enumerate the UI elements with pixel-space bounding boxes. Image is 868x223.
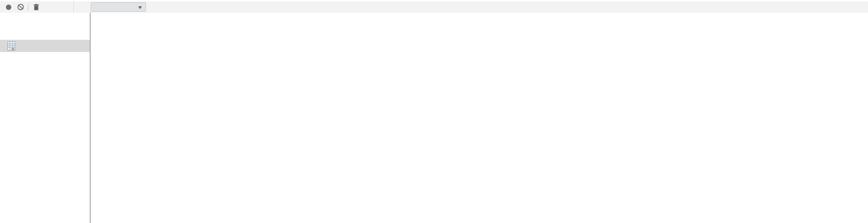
profile-table-icon: % (7, 41, 16, 51)
flame-chart-pane (91, 13, 868, 223)
devtools-sampling-profiler: % (0, 0, 868, 223)
flame-graph (91, 57, 868, 223)
record-button[interactable] (3, 2, 15, 12)
dropdown-arrow-icon (138, 6, 142, 9)
toolbar-separator (28, 4, 29, 11)
profiler-toolbar (0, 1, 868, 13)
clear-button[interactable] (15, 2, 26, 12)
overview-ruler[interactable] (91, 13, 868, 20)
trash-icon (33, 4, 39, 10)
overview-pane[interactable] (91, 20, 868, 49)
toolbar-separator (73, 1, 74, 13)
clear-icon (17, 4, 24, 10)
svg-text:%: % (11, 47, 14, 51)
flame-ruler[interactable] (91, 49, 868, 57)
sidebar-item-profile-1[interactable]: % (0, 40, 90, 52)
profiles-sidebar: % (0, 13, 90, 223)
record-icon (5, 4, 12, 10)
view-mode-select[interactable] (91, 2, 146, 12)
delete-profile-button[interactable] (30, 2, 42, 12)
